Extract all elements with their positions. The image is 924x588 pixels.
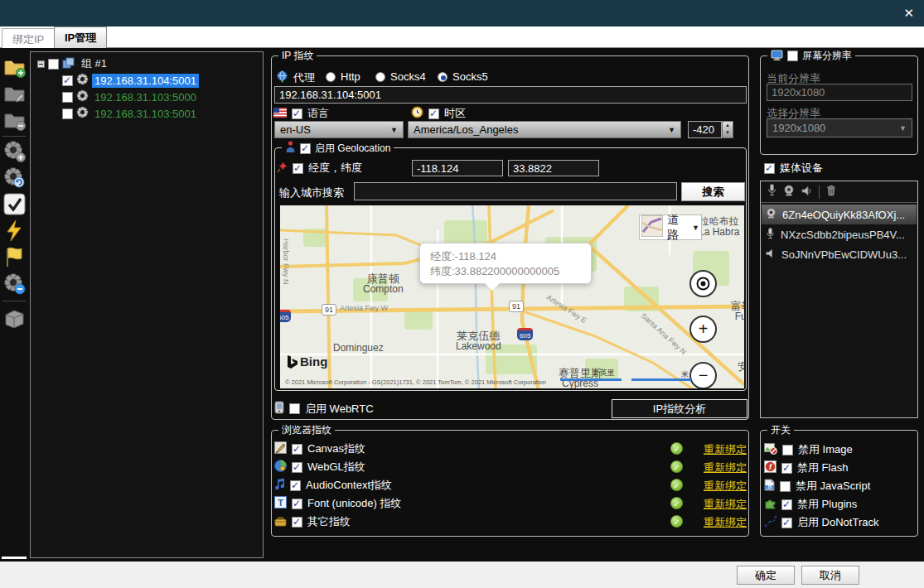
switch-checkbox[interactable] [782, 445, 793, 455]
h-scrollbar[interactable] [2, 557, 27, 559]
trash-icon[interactable] [826, 185, 836, 200]
apply-check-icon[interactable] [3, 193, 26, 215]
rebind-link[interactable]: 重新绑定 [704, 460, 747, 475]
fingerprint-checkbox[interactable] [292, 444, 302, 455]
fingerprint-checkbox[interactable] [290, 480, 301, 491]
rebind-link[interactable]: 重新绑定 [704, 497, 747, 512]
package-icon[interactable] [3, 307, 26, 330]
radio-icon[interactable] [438, 72, 447, 82]
radio-http[interactable]: Http [326, 70, 360, 83]
gear-icon[interactable] [76, 73, 89, 88]
gear-minus-icon[interactable] [3, 272, 26, 295]
status-ok-icon: ✓ [670, 460, 683, 473]
webcam-icon [766, 208, 776, 221]
select-resolution-select[interactable]: 1920x1080 ▼ [767, 118, 912, 137]
radio-icon[interactable] [326, 72, 336, 82]
switch-checkbox[interactable] [780, 481, 791, 492]
item-checkbox[interactable] [62, 108, 73, 119]
timezone-offset-input[interactable]: -420 [688, 121, 722, 138]
ip-manager-window: ✕ 绑定IP IP管理 [0, 0, 924, 588]
offset-spinner[interactable]: ▲▼ [722, 121, 733, 138]
screen-resolution-checkbox[interactable] [787, 51, 798, 61]
switch-row-donottrack: 启用 DoNotTrack [764, 515, 878, 530]
tree-item[interactable]: 192.168.31.104:5001 [62, 73, 199, 88]
route-91-shield: 91 [509, 301, 524, 312]
edit-group-icon[interactable] [3, 82, 26, 104]
language-label: 语言 [307, 106, 329, 121]
map-style-selector[interactable]: 道路 ▼ [639, 214, 702, 240]
longitude-input[interactable]: -118.124 [412, 160, 503, 176]
tab-bind-ip[interactable]: 绑定IP [2, 28, 55, 48]
radio-socks4[interactable]: Socks4 [375, 70, 426, 83]
cancel-button[interactable]: 取消 [801, 566, 859, 585]
flag-icon[interactable] [3, 246, 26, 268]
close-icon[interactable]: ✕ [903, 6, 914, 21]
lightning-icon[interactable] [3, 219, 26, 242]
remove-group-icon[interactable] [3, 108, 26, 131]
add-group-icon[interactable] [3, 55, 26, 78]
timezone-select[interactable]: America/Los_Angeles ▼ [408, 121, 681, 138]
switch-checkbox[interactable] [781, 518, 792, 528]
bing-logo: Bing [287, 354, 327, 369]
tree-item[interactable]: 192.168.31.103:5000 [62, 89, 199, 104]
city-search-input[interactable] [354, 182, 677, 200]
fingerprint-checkbox[interactable] [292, 499, 302, 509]
rebind-link[interactable]: 重新绑定 [704, 442, 747, 457]
webrtc-checkbox[interactable] [289, 403, 300, 414]
geolocation-checkbox[interactable] [300, 143, 311, 154]
media-devices-checkbox[interactable] [764, 163, 775, 174]
collapse-icon[interactable] [37, 60, 45, 68]
item-checkbox[interactable] [62, 92, 73, 103]
svg-text:T: T [278, 498, 283, 508]
latlng-checkbox[interactable] [293, 163, 303, 174]
browser-fingerprint-title: 浏览器指纹 [278, 423, 335, 437]
webcam-icon[interactable] [783, 185, 795, 200]
rebind-link[interactable]: 重新绑定 [704, 515, 747, 530]
radio-socks5[interactable]: Socks5 [438, 70, 488, 83]
latlng-label: 经度，纬度 [308, 161, 362, 176]
media-device-row[interactable]: 6Zn4eOQuiyKk83AfOXj... [762, 205, 917, 224]
locate-button[interactable] [689, 270, 717, 297]
timezone-checkbox[interactable] [428, 108, 439, 119]
gear-icon[interactable] [76, 106, 89, 121]
rebind-link[interactable]: 重新绑定 [704, 479, 747, 494]
bing-map[interactable]: 康普顿Compton Dominguez 莱克伍德Lakewood 赛普里斯Cy… [279, 205, 745, 389]
zoom-in-button[interactable]: + [689, 316, 717, 343]
webgl-icon [274, 460, 287, 475]
canvas-icon [274, 441, 287, 456]
add-config-icon[interactable] [3, 140, 26, 162]
map-style-label: 道路 [667, 213, 686, 243]
radio-icon[interactable] [375, 72, 385, 82]
flash-icon: f [764, 460, 776, 475]
proxy-address-input[interactable]: 192.168.31.104:5001 [274, 86, 747, 104]
latitude-input[interactable]: 33.8822 [508, 160, 599, 176]
language-select[interactable]: en-US ▼ [274, 121, 404, 138]
tree-root[interactable]: 组 #1 [37, 56, 109, 71]
fingerprint-checkbox[interactable] [292, 462, 302, 473]
map-city-label: 富勒Ful [731, 301, 745, 322]
microphone-icon[interactable] [767, 184, 776, 200]
zoom-out-button[interactable]: − [689, 362, 717, 389]
media-device-row[interactable]: NXzcSdbb2bipeusPB4V... [762, 224, 917, 244]
ip-entry-label[interactable]: 192.168.31.103:5000 [92, 90, 199, 104]
ip-entry-label[interactable]: 192.168.31.103:5001 [92, 107, 199, 121]
tab-ip-manage[interactable]: IP管理 [54, 27, 107, 48]
gear-icon[interactable] [76, 89, 89, 104]
tree-item[interactable]: 192.168.31.103:5001 [62, 106, 199, 121]
ip-entry-label[interactable]: 192.168.31.104:5001 [92, 74, 199, 88]
speaker-icon[interactable] [801, 185, 812, 200]
ok-button[interactable]: 确定 [737, 566, 795, 585]
media-device-row[interactable]: SoJNnVPbEwCIDWUu3... [762, 244, 917, 264]
switch-checkbox[interactable] [781, 499, 792, 510]
geolocation-title: 启用 Geolocation [282, 141, 394, 156]
map-scale-bar [631, 378, 691, 381]
switch-checkbox[interactable] [781, 463, 792, 474]
refresh-config-icon[interactable] [3, 166, 26, 189]
ip-analyze-button[interactable]: IP指纹分析 [612, 399, 747, 418]
item-checkbox[interactable] [62, 75, 73, 86]
group-checkbox[interactable] [48, 59, 59, 70]
search-button[interactable]: 搜索 [681, 182, 745, 201]
language-checkbox[interactable] [292, 108, 302, 119]
fingerprint-checkbox[interactable] [292, 517, 302, 528]
group-label[interactable]: 组 #1 [79, 55, 109, 72]
